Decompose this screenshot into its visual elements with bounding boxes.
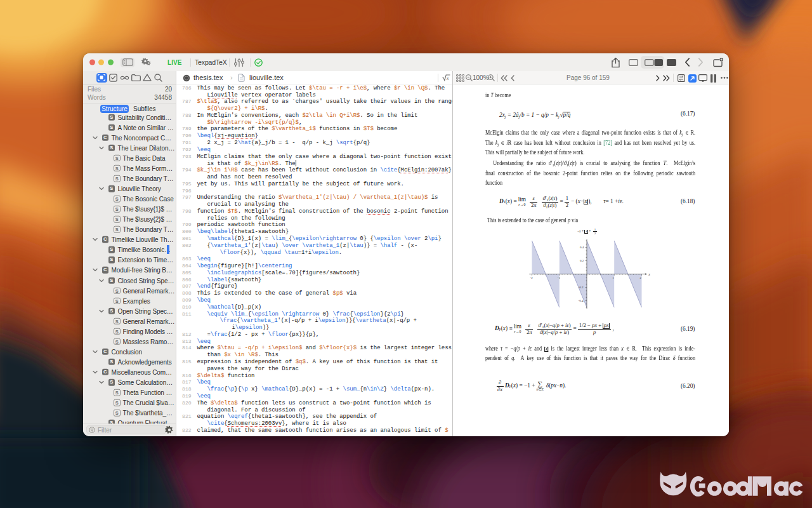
svg-text:-0.4: -0.4: [579, 299, 584, 302]
svg-text:x: x: [446, 75, 449, 81]
svg-text:0.2: 0.2: [580, 259, 584, 262]
svg-text:x: x: [648, 272, 650, 276]
svg-text:-0.2: -0.2: [579, 286, 584, 289]
svg-text:-1: -1: [558, 276, 561, 279]
svg-text:0.4: 0.4: [580, 246, 584, 249]
svg-text:-2: -2: [530, 276, 534, 279]
